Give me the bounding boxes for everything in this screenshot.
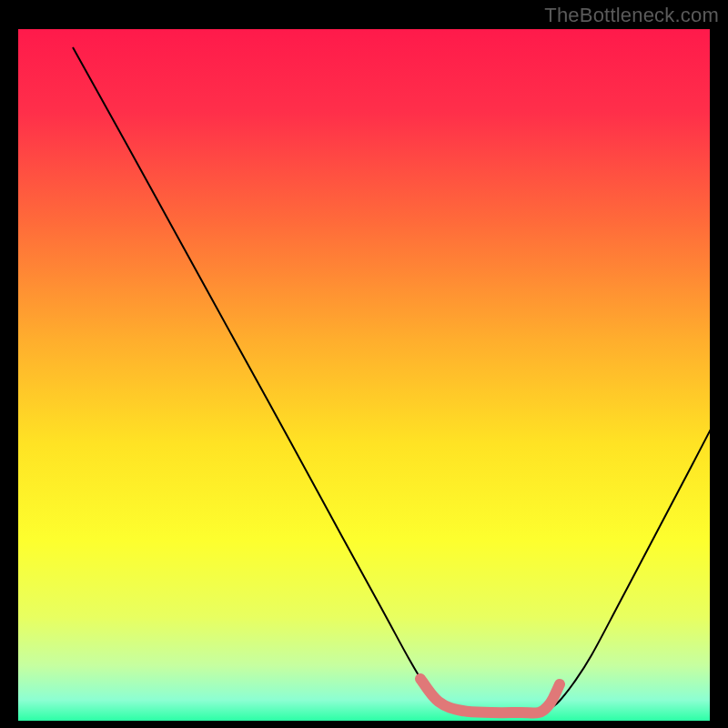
watermark-text: TheBottleneck.com bbox=[544, 4, 719, 27]
gradient-background bbox=[18, 29, 710, 721]
bottleneck-chart bbox=[0, 0, 728, 728]
chart-stage: TheBottleneck.com bbox=[0, 0, 728, 728]
